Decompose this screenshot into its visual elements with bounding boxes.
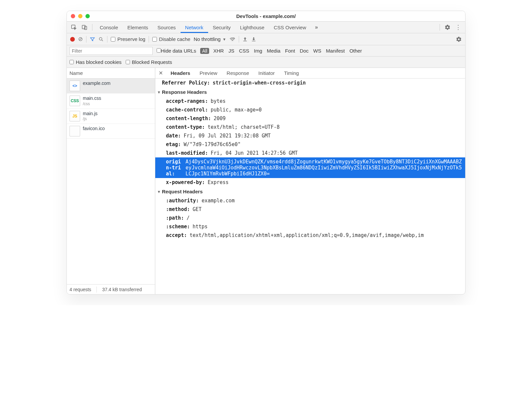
window-title: DevTools - example.com/ <box>71 13 461 19</box>
throttling-dropdown[interactable]: No throttling ▼ <box>194 36 226 42</box>
filter-chip-css[interactable]: CSS <box>239 48 249 54</box>
kebab-menu-icon[interactable]: ⋮ <box>453 23 463 32</box>
blocked-requests-checkbox[interactable]: Blocked Requests <box>126 59 172 65</box>
network-conditions-icon[interactable] <box>229 36 235 42</box>
header-row: etag:W/"7d9-179d76c65e0" <box>155 140 465 149</box>
header-row: Referrer Policy: strict-origin-when-cros… <box>155 79 465 87</box>
request-name: main.css <box>83 96 101 102</box>
tab-lighthouse[interactable]: Lighthouse <box>235 22 269 33</box>
detail-tab-timing[interactable]: Timing <box>279 68 303 78</box>
detail-tab-headers[interactable]: Headers <box>166 68 195 78</box>
request-name: main.js <box>83 111 97 117</box>
filter-chip-font[interactable]: Font <box>285 48 295 54</box>
headers-panel[interactable]: Referrer Policy: strict-origin-when-cros… <box>155 79 465 294</box>
separator <box>440 24 440 31</box>
tab-elements[interactable]: Elements <box>123 22 153 33</box>
header-row: cache-control:public, max-age=0 <box>155 105 465 114</box>
header-row: last-modified:Fri, 04 Jun 2021 14:27:56 … <box>155 149 465 157</box>
devtools-window: DevTools - example.com/ ConsoleElementsS… <box>66 11 466 295</box>
response-headers-section[interactable]: Response Headers <box>155 87 465 97</box>
clear-log-icon[interactable]: ⊘ <box>78 36 83 43</box>
network-status-bar: 4 requests 37.4 kB transferred <box>67 284 155 294</box>
filter-chip-media[interactable]: Media <box>267 48 281 54</box>
request-row[interactable]: JSmain.js/js <box>67 109 155 124</box>
close-detail-icon[interactable]: ✕ <box>157 70 165 76</box>
request-row[interactable]: CSSmain.css/css <box>67 94 155 109</box>
svg-rect-4 <box>243 41 247 41</box>
filter-chip-js[interactable]: JS <box>228 48 234 54</box>
svg-rect-0 <box>71 25 75 29</box>
preserve-log-checkbox[interactable]: Preserve log <box>111 36 145 42</box>
inspect-element-icon[interactable] <box>69 23 79 32</box>
filter-chip-xhr[interactable]: XHR <box>213 48 224 54</box>
network-filter-row: Hide data URLs All XHRJSCSSImgMediaFontD… <box>67 45 465 57</box>
header-row: accept-ranges:bytes <box>155 97 465 105</box>
header-row: date:Fri, 09 Jul 2021 19:32:08 GMT <box>155 131 465 140</box>
request-list-pane: Name <>example.comCSSmain.css/cssJSmain.… <box>67 68 155 294</box>
tab-sources[interactable]: Sources <box>153 22 181 33</box>
devtools-tabstrip: ConsoleElementsSourcesNetworkSecurityLig… <box>67 22 465 33</box>
request-name: example.com <box>83 81 110 87</box>
settings-icon[interactable] <box>443 23 453 32</box>
svg-point-3 <box>99 37 102 40</box>
request-list: <>example.comCSSmain.css/cssJSmain.js/js… <box>67 79 155 284</box>
device-toggle-icon[interactable] <box>79 23 89 32</box>
tab-console[interactable]: Console <box>95 22 123 33</box>
filter-chip-doc[interactable]: Doc <box>300 48 309 54</box>
filter-chip-manifest[interactable]: Manifest <box>326 48 345 54</box>
transfer-size: 37.4 kB transferred <box>102 287 142 292</box>
tab-network[interactable]: Network <box>181 22 208 33</box>
titlebar: DevTools - example.com/ <box>67 11 465 22</box>
zoom-window-button[interactable] <box>85 14 90 18</box>
separator <box>86 36 86 43</box>
svg-rect-1 <box>82 25 85 29</box>
close-window-button[interactable] <box>71 14 75 18</box>
panel-settings-icon[interactable] <box>456 36 462 42</box>
minimize-window-button[interactable] <box>78 14 82 18</box>
hide-data-urls-checkbox[interactable]: Hide data URLs <box>157 48 196 54</box>
detail-tab-initiator[interactable]: Initiator <box>254 68 279 78</box>
request-row[interactable]: <>example.com <box>67 79 155 94</box>
svg-rect-5 <box>252 41 256 41</box>
network-split-view: Name <>example.comCSSmain.css/cssJSmain.… <box>67 68 465 294</box>
file-type-icon <box>69 126 80 136</box>
detail-tabstrip: ✕ HeadersPreviewResponseInitiatorTiming <box>155 68 465 79</box>
file-type-icon: CSS <box>69 96 80 106</box>
request-detail-pane: ✕ HeadersPreviewResponseInitiatorTiming … <box>155 68 465 294</box>
search-icon[interactable] <box>98 37 104 42</box>
request-count: 4 requests <box>69 287 91 292</box>
has-blocked-cookies-checkbox[interactable]: Has blocked cookies <box>69 59 122 65</box>
filter-all-chip[interactable]: All <box>200 48 209 54</box>
request-list-header[interactable]: Name <box>67 68 155 79</box>
separator <box>107 36 107 43</box>
request-path: /js <box>83 116 97 121</box>
separator <box>239 36 239 43</box>
separator <box>149 36 149 43</box>
filter-chip-img[interactable]: Img <box>254 48 262 54</box>
separator <box>92 24 92 31</box>
header-row: content-type:text/html; charset=UTF-8 <box>155 123 465 131</box>
download-har-icon[interactable] <box>251 37 256 42</box>
header-row: :method:GET <box>155 205 465 214</box>
header-row-origin-trial[interactable]: origin-trial: Aj4DysCv3VjknU3jJvkDEwnQZK… <box>155 157 465 178</box>
upload-har-icon[interactable] <box>242 37 248 42</box>
request-path: /css <box>83 102 101 106</box>
detail-tab-preview[interactable]: Preview <box>195 68 222 78</box>
tab-css-overview[interactable]: CSS Overview <box>269 22 311 33</box>
detail-tab-response[interactable]: Response <box>222 68 254 78</box>
more-tabs-icon[interactable]: » <box>312 23 322 32</box>
network-toolbar: ⊘ Preserve log Disable cache No throttli… <box>67 33 465 45</box>
request-row[interactable]: favicon.ico <box>67 124 155 139</box>
filter-chip-other[interactable]: Other <box>349 48 362 54</box>
header-row: :authority:example.com <box>155 196 465 205</box>
tab-security[interactable]: Security <box>208 22 235 33</box>
record-button[interactable] <box>70 37 75 42</box>
request-headers-section[interactable]: Request Headers <box>155 187 465 196</box>
header-row: content-length:2009 <box>155 114 465 123</box>
filter-chip-ws[interactable]: WS <box>313 48 321 54</box>
filter-toggle-icon[interactable] <box>90 37 95 42</box>
disable-cache-checkbox[interactable]: Disable cache <box>152 36 190 42</box>
header-row: x-powered-by: Express <box>155 178 465 187</box>
file-type-icon: JS <box>69 111 80 121</box>
filter-input[interactable] <box>69 47 153 55</box>
